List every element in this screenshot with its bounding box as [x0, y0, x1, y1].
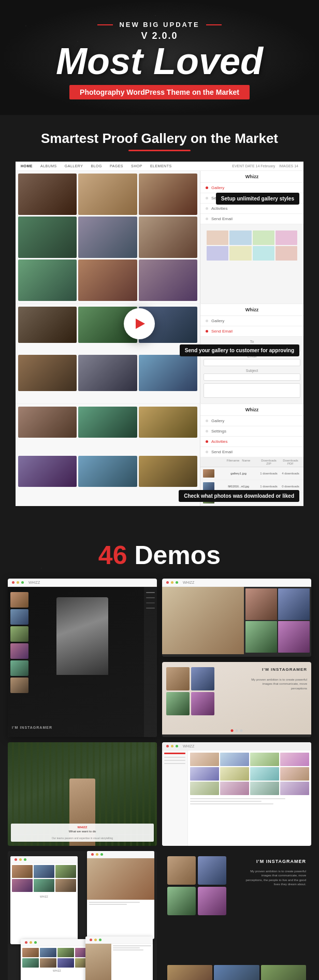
form-input-body[interactable]: [204, 383, 300, 398]
play-button[interactable]: [124, 308, 155, 339]
rsn-1: [146, 592, 155, 593]
inst-photo-grid: [167, 856, 226, 915]
email-dot-gallery: [206, 320, 208, 322]
instagramer-right-label: I'M INSTAGRAMER: [262, 667, 307, 672]
admin-nav-email[interactable]: Send Email: [200, 214, 303, 224]
ms3-dot-y: [30, 941, 32, 944]
photo-cell-7: [18, 260, 77, 301]
dl-photo-1: [18, 407, 77, 438]
photo-cell-3: [139, 174, 197, 215]
dl-nav-gallery[interactable]: Gallery: [200, 416, 303, 426]
nav-blog[interactable]: BLOG: [91, 164, 102, 168]
inst-p2: [198, 856, 226, 885]
admin-nav-activities[interactable]: Activities: [200, 204, 303, 214]
amg-4: [280, 753, 309, 766]
form-input-subject[interactable]: [204, 373, 300, 381]
amg-2: [220, 753, 249, 766]
dark-demo-content: I'M INSTAGRAMER: [8, 587, 157, 737]
images-count-label: IMAGES 14: [279, 164, 298, 168]
form-label-to: To: [204, 340, 300, 343]
dl-photo-2: [78, 407, 137, 438]
dl-label-gallery: Gallery: [211, 419, 224, 423]
dl-nav-activities[interactable]: Activities: [200, 437, 303, 447]
ms4-header: [85, 936, 153, 944]
demo-bamboo: WHIZZ What we want to do Our teams passi…: [8, 742, 157, 846]
amg-11: [250, 782, 279, 795]
dot-3: [240, 729, 243, 732]
hero-line-right: [206, 24, 222, 25]
email-nav-send[interactable]: Send Email: [200, 326, 303, 337]
admin-photo-4: [276, 230, 297, 245]
hero-title: Most Loved: [10, 42, 309, 80]
ms4-t3: [113, 949, 143, 950]
ms3-header: [21, 939, 93, 946]
bamboo-divider: [13, 834, 152, 835]
email-dot-send: [206, 330, 208, 333]
person-silhouette: [56, 597, 108, 675]
admin-nav-gallery[interactable]: Gallery: [200, 183, 303, 193]
bsp-2: [278, 588, 310, 620]
dot-active: [231, 729, 234, 732]
instagramer-label-left: I'M INSTAGRAMER: [12, 726, 52, 729]
ms3-label: WHIZZ: [21, 969, 93, 972]
demo-header-dark: WHIZZ: [8, 579, 157, 587]
admin-photo-7: [253, 246, 274, 261]
photo-grid: [16, 171, 200, 304]
demos-grid-row1: WHIZZ: [8, 579, 311, 737]
nav-dot-gallery: [206, 186, 208, 189]
ms4-t2: [113, 947, 140, 948]
dl-dot-email: [206, 451, 208, 453]
nav-gallery[interactable]: GALLERY: [65, 164, 83, 168]
bamboo-text: What we want to do: [13, 830, 152, 833]
dt-zip-1: 1 downloads: [258, 472, 279, 475]
at-1: [190, 798, 285, 799]
instagramer-desc: My proven ambition is to create powerful…: [250, 678, 307, 690]
dl-label-settings: Settings: [211, 429, 226, 434]
ms3-c5: [22, 958, 39, 968]
dl-nav-settings[interactable]: Settings: [200, 426, 303, 437]
dot-green-3: [176, 745, 178, 747]
bright-main-photo: [162, 587, 244, 654]
demos-row2: WHIZZ What we want to do Our teams passi…: [8, 742, 311, 846]
nav-elements[interactable]: ELEMENTS: [150, 164, 172, 168]
ms1-c6: [55, 879, 76, 892]
dot-yellow-1: [17, 581, 19, 584]
lts-4: [10, 643, 28, 659]
nav-shop[interactable]: SHOP: [131, 164, 142, 168]
dt-col-thumb: [203, 459, 219, 465]
nav-pages[interactable]: PAGES: [110, 164, 123, 168]
proof-underline: [128, 150, 191, 151]
play-icon: [136, 319, 145, 329]
ms2-text: [87, 900, 154, 907]
email-label-send: Send Email: [211, 329, 233, 334]
aln-1: [164, 757, 185, 758]
amg-3: [250, 753, 279, 766]
email-nav-gallery[interactable]: Gallery: [200, 316, 303, 326]
ms1-c3: [55, 865, 76, 878]
photo-grid-download: [16, 404, 200, 506]
tooltip-gallery-styles: Setup unlimited gallery styles: [216, 193, 299, 205]
admin-text-area: [190, 798, 309, 804]
nav-home[interactable]: HOME: [21, 164, 33, 168]
img-2: [191, 667, 214, 690]
dl-nav-email[interactable]: Send Email: [200, 447, 303, 457]
inst-p4: [198, 887, 226, 915]
form-input-email[interactable]: [204, 359, 300, 366]
dl-photo-5: [78, 456, 137, 487]
dl-photo-6: [139, 456, 197, 487]
bottom-photo-1: [18, 307, 77, 343]
bsp-1: [245, 588, 277, 620]
dt-col-pdf: Downloads PDF: [280, 459, 301, 465]
nav-label-activities: Activities: [211, 206, 228, 211]
admin-mockup-header: WHIZZ: [162, 742, 311, 751]
amg-7: [250, 767, 279, 781]
demo-card-bright-right: WHIZZ: [162, 579, 311, 657]
admin-main-content: [188, 751, 311, 846]
img-1: [166, 667, 190, 690]
lts-3: [10, 626, 28, 642]
dot-green-1: [21, 581, 24, 584]
nav-albums[interactable]: ALBUMS: [40, 164, 57, 168]
lts-6: [10, 678, 28, 693]
bright-demo-content: [162, 587, 311, 654]
lts-1: [10, 592, 28, 608]
